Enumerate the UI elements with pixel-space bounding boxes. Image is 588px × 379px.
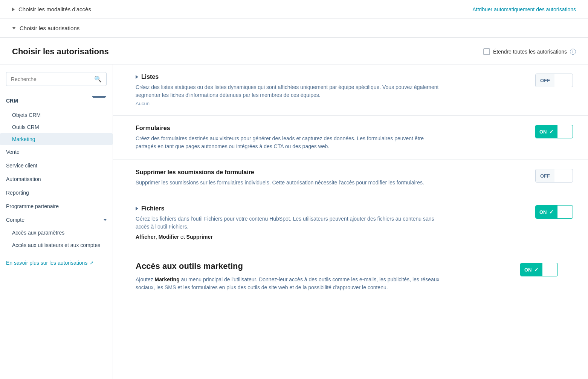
fichiers-on-label: ON [539,209,547,215]
extend-all-checkbox[interactable] [483,48,490,55]
sidebar-group-compte[interactable]: Compte [0,213,113,227]
accordion-autorisations-label: Choisir les autorisations [20,25,79,31]
permission-fichiers-desc: Gérez les fichiers dans l'outil Fichiers… [136,215,444,231]
search-icon: 🔍 [94,75,102,83]
search-container: 🔍 [0,72,113,92]
permission-item-listes: Listes Créez des listes statiques ou des… [113,64,588,116]
formulaires-toggle[interactable]: ON ✓ [535,125,573,138]
accordion-autorisations[interactable]: Choisir les autorisations [0,19,588,38]
permission-listes-title-row: Listes [136,74,520,80]
listes-off-label: OFF [540,78,550,83]
marketing-access-desc: Ajoutez Marketing au menu principal de l… [136,276,444,292]
permission-supprimer-title: Supprimer les soumissions de formulaire [136,169,254,176]
permission-supprimer-info: Supprimer les soumissions de formulaire … [136,169,535,187]
crm-chevron-icon [92,96,107,105]
permission-item-formulaires: Formulaires Créez des formulaires destin… [113,116,588,160]
sidebar-item-outils-crm[interactable]: Outils CRM [0,121,113,133]
fichiers-expand-icon[interactable] [136,207,138,210]
listes-expand-icon[interactable] [136,75,138,79]
fichiers-checkmark-icon: ✓ [549,209,554,215]
fichiers-afficher: Afficher [136,234,156,240]
sidebar-item-vente[interactable]: Vente [0,145,113,159]
sidebar-group-crm[interactable]: CRM [0,92,113,109]
section-title-bar: Choisir les autorisations Étendre toutes… [0,38,588,64]
permission-item-supprimer-soumissions: Supprimer les soumissions de formulaire … [113,160,588,196]
marketing-access-toggle[interactable]: ON ✓ [520,263,558,276]
fichiers-toggle-on[interactable]: ON ✓ [536,206,557,218]
marketing-access-on-label: ON [524,267,532,273]
formulaires-toggle-on[interactable]: ON ✓ [536,125,557,138]
permission-listes-desc: Créez des listes statiques ou des listes… [136,83,444,99]
permission-fichiers-title-row: Fichiers [136,205,520,212]
permission-formulaires-title: Formulaires [136,125,170,132]
extend-all-container: Étendre toutes les autorisations i [483,48,576,55]
supprimer-toggle[interactable]: OFF [535,169,573,183]
sidebar-item-acces-parametres[interactable]: Accès aux paramètres [0,227,113,239]
marketing-access-title: Accès aux outils marketing [136,261,505,271]
accordion-modalites[interactable]: Choisir les modalités d'accès Attribuer … [0,0,588,19]
search-input[interactable] [11,76,91,82]
compte-group-label: Compte [6,217,24,223]
permission-formulaires-info: Formulaires Créez des formulaires destin… [136,125,535,150]
listes-toggle-off[interactable]: OFF [536,74,554,87]
external-link-icon: ➚ [90,260,94,265]
chevron-right-icon [12,8,15,11]
permission-supprimer-title-row: Supprimer les soumissions de formulaire [136,169,520,176]
supprimer-toggle-off[interactable]: OFF [536,169,554,182]
fichiers-modifier: Modifier [159,234,179,240]
permission-listes-sub: Aucun [136,101,520,106]
permission-listes-title: Listes [141,74,159,80]
sidebar: 🔍 CRM Objets CRM Outils CRM Marketing Ve… [0,64,113,379]
permission-formulaires-title-row: Formulaires [136,125,520,132]
accordion-modalites-header[interactable]: Choisir les modalités d'accès [12,6,91,12]
sidebar-item-reporting[interactable]: Reporting [0,186,113,199]
sidebar-item-service-client[interactable]: Service client [0,159,113,172]
marketing-access-toggle-on[interactable]: ON ✓ [521,263,542,276]
chevron-down-icon [12,27,16,29]
permission-listes-header: Listes Créez des listes statiques ou des… [136,74,573,106]
permission-fichiers-sub: Afficher, Modifier et Supprimer [136,234,520,240]
listes-toggle[interactable]: OFF [535,74,573,87]
learn-more-link[interactable]: En savoir plus sur les autorisations ➚ [0,252,113,273]
accordion-autorisations-header[interactable]: Choisir les autorisations [12,25,79,31]
auto-assign-link[interactable]: Attribuer automatiquement des autorisati… [472,6,576,12]
accordion-modalites-label: Choisir les modalités d'accès [18,6,91,12]
permission-fichiers-title: Fichiers [141,205,164,212]
permission-fichiers-info: Fichiers Gérez les fichiers dans l'outil… [136,205,535,240]
extend-all-label: Étendre toutes les autorisations [493,49,567,55]
sidebar-item-programme-partenaire[interactable]: Programme partenaire [0,199,113,213]
fichiers-supprimer: Supprimer [186,234,213,240]
page-wrapper: Choisir les modalités d'accès Attribuer … [0,0,588,379]
permission-listes-info: Listes Créez des listes statiques ou des… [136,74,535,106]
permission-supprimer-header: Supprimer les soumissions de formulaire … [136,169,573,187]
crm-group-label: CRM [6,98,18,104]
formulaires-checkmark-icon: ✓ [549,129,554,135]
search-box: 🔍 [6,72,107,86]
marketing-desc-suffix: au menu principal de l'utilisateur. Donn… [136,276,440,290]
supprimer-off-label: OFF [540,173,550,179]
section-main-title: Choisir les autorisations [12,47,109,57]
learn-more-label: En savoir plus sur les autorisations [6,260,87,266]
permission-fichiers-header: Fichiers Gérez les fichiers dans l'outil… [136,205,573,240]
compte-chevron-icon [104,219,107,221]
permission-item-fichiers: Fichiers Gérez les fichiers dans l'outil… [113,196,588,249]
marketing-access-section: Accès aux outils marketing Ajoutez Marke… [113,249,588,292]
sidebar-item-marketing[interactable]: Marketing [0,133,113,145]
info-icon[interactable]: i [570,49,576,55]
formulaires-on-label: ON [539,129,547,135]
marketing-desc-prefix: Ajoutez [136,276,155,282]
sidebar-item-acces-utilisateurs[interactable]: Accès aux utilisateurs et aux comptes [0,239,113,252]
sidebar-item-automatisation[interactable]: Automatisation [0,172,113,186]
marketing-access-checkmark-icon: ✓ [534,267,539,273]
marketing-desc-bold: Marketing [155,276,180,282]
content-body: 🔍 CRM Objets CRM Outils CRM Marketing Ve… [0,64,588,379]
permission-formulaires-desc: Créez des formulaires destinés aux visit… [136,135,444,150]
permissions-area: Listes Créez des listes statiques ou des… [113,64,588,379]
permission-formulaires-header: Formulaires Créez des formulaires destin… [136,125,573,150]
fichiers-toggle[interactable]: ON ✓ [535,205,573,219]
permission-supprimer-desc: Supprimer les soumissions sur les formul… [136,179,444,187]
sidebar-item-objets-crm[interactable]: Objets CRM [0,109,113,121]
